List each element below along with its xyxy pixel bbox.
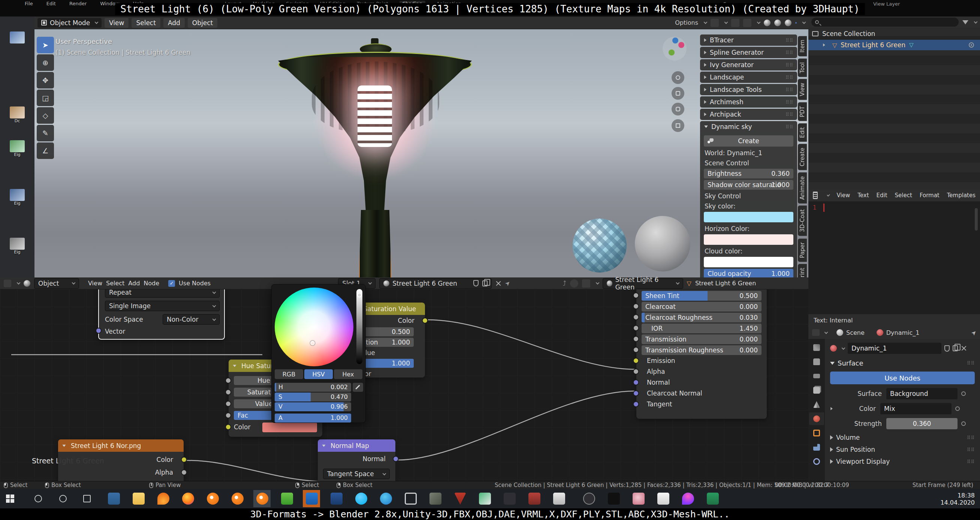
shader-editor[interactable]: Object View Select Add Node Use Nodes Sl… [0, 278, 808, 481]
app-blender-1[interactable] [207, 493, 219, 505]
alpha-output-socket[interactable] [181, 469, 187, 475]
visibility-icon[interactable] [969, 42, 974, 48]
alpha-socket[interactable] [633, 368, 639, 375]
app-viewer[interactable] [553, 493, 565, 505]
cloud-opacity-slider[interactable]: Cloud opacity1.000 [704, 269, 793, 278]
panel-btracer[interactable]: BTracer [700, 35, 797, 46]
viewport-display-panel[interactable]: Viewport Display [830, 458, 975, 465]
app-flame[interactable] [158, 493, 169, 505]
use-nodes-checkbox[interactable] [168, 280, 175, 287]
hsv-tab[interactable]: HSV [304, 369, 333, 379]
shading-material-icon[interactable] [785, 19, 792, 26]
animate-dot-icon[interactable] [955, 407, 960, 411]
cloud-color-swatch[interactable] [704, 257, 793, 267]
unlink-icon[interactable] [495, 281, 501, 286]
brightness-slider[interactable]: Brightness0.360 [704, 169, 793, 179]
app-edge[interactable] [380, 493, 392, 505]
normal-map-node[interactable]: Normal Map Normal Tangent Space [318, 439, 395, 481]
text-menu-select[interactable]: Select [895, 192, 912, 199]
color-space-dropdown[interactable]: Non-Color [163, 314, 220, 325]
viewport-3d[interactable]: Object Mode View Select Add Object Optio… [35, 16, 808, 278]
transmission-roughness-socket[interactable] [633, 347, 639, 353]
animate-dot-icon[interactable] [961, 391, 966, 396]
tray-unity[interactable] [608, 493, 620, 505]
transmission-socket[interactable] [633, 336, 639, 342]
tab-world-props-active[interactable] [809, 412, 824, 425]
app-notepad[interactable] [281, 493, 293, 505]
app-spade[interactable] [504, 493, 515, 505]
clearcoat-slider[interactable]: Clearcoat0.000 [641, 302, 762, 311]
eyedropper-icon[interactable] [353, 383, 363, 392]
value-socket[interactable] [225, 401, 231, 407]
normal-output-socket[interactable] [393, 456, 399, 462]
horizon-color-swatch[interactable] [704, 234, 793, 245]
color-wheel[interactable] [275, 287, 353, 366]
scale-tool[interactable]: ◲ [37, 89, 54, 106]
copy-icon[interactable] [953, 345, 958, 351]
gizmo-toggle-icon[interactable] [711, 19, 719, 27]
app-file-explorer[interactable] [133, 493, 145, 505]
measure-tool[interactable]: ∠ [37, 142, 54, 159]
sky-color-swatch[interactable] [704, 212, 793, 222]
panel-landscape-tools[interactable]: Landscape Tools [700, 84, 797, 95]
pin-icon[interactable]: ➤ [969, 329, 978, 337]
app-word[interactable] [331, 493, 342, 505]
surface-value-dropdown[interactable]: Background [886, 388, 958, 399]
color-value-dropdown[interactable]: Mix [880, 403, 951, 414]
copy-icon[interactable] [482, 281, 488, 286]
tab-item[interactable]: Item [798, 36, 807, 56]
node-header[interactable]: Street Light 6 Nor.png [58, 439, 184, 452]
create-button[interactable]: Create [704, 136, 793, 147]
fake-user-icon[interactable] [473, 280, 479, 286]
color-wheel-cursor[interactable] [310, 341, 315, 345]
add-menu[interactable]: Add [163, 18, 185, 28]
tab-tool-props[interactable] [809, 341, 824, 354]
cortana-button[interactable] [59, 495, 67, 502]
app-adobe[interactable] [528, 493, 540, 505]
taskbar-clock[interactable]: 18:38 14.04.2020 [940, 492, 975, 506]
node-header[interactable]: Normal Map [318, 439, 395, 452]
tab-animate[interactable]: Animate [798, 172, 807, 204]
options-dropdown[interactable]: Options [675, 19, 698, 26]
color-output-socket[interactable] [181, 457, 187, 463]
text-menu-templates[interactable]: Templates [947, 192, 975, 199]
text-editor[interactable]: View Text Edit Select Format Templates 1… [808, 189, 980, 326]
app-blender-2[interactable] [232, 493, 243, 505]
text-scrollbar[interactable] [975, 208, 978, 231]
task-view-button[interactable] [83, 495, 91, 502]
fake-user-icon[interactable] [944, 345, 950, 352]
use-nodes-button[interactable]: Use Nodes [830, 372, 975, 384]
clearcoat-roughness-socket[interactable] [633, 314, 639, 320]
vector-input-socket[interactable] [95, 328, 102, 334]
app-blender-active[interactable] [256, 493, 268, 505]
ior-slider[interactable]: IOR1.450 [641, 324, 762, 333]
tab-tool[interactable]: Tool [798, 59, 807, 77]
snap-magnet-icon[interactable] [570, 279, 578, 287]
hue-socket[interactable] [225, 378, 231, 384]
hsv2-color-output-socket[interactable] [422, 317, 428, 324]
node-menu-add[interactable]: Add [128, 280, 140, 287]
tab-physics-props[interactable] [809, 455, 824, 468]
shader-context-dropdown[interactable]: Object [34, 278, 79, 289]
viewport-canvas[interactable]: User Perspective (1) Scene Collection | … [35, 29, 808, 278]
breadcrumb-world[interactable]: Dynamic_1 [886, 329, 920, 336]
color-socket[interactable] [225, 424, 231, 430]
node-menu-node[interactable]: Node [143, 280, 159, 287]
color-swatch-field[interactable] [262, 423, 317, 432]
volume-panel[interactable]: Volume [830, 434, 975, 441]
transform-tool[interactable]: ◇ [37, 107, 54, 124]
transmission-slider[interactable]: Transmission0.000 [641, 334, 762, 344]
snap-mode-icon[interactable] [582, 279, 590, 287]
saturation-socket[interactable] [225, 389, 231, 395]
hex-tab[interactable]: Hex [334, 369, 363, 379]
normal-texture-node[interactable]: Street Light 6 Nor.png Color Alpha [58, 439, 184, 481]
s-slider[interactable]: S0.470 [275, 392, 351, 402]
move-tool[interactable]: ✥ [37, 72, 54, 88]
tab-render-props[interactable] [809, 356, 824, 368]
fac-socket[interactable] [225, 412, 231, 418]
pan-button[interactable] [671, 87, 684, 100]
cursor-tool[interactable]: ⊕ [37, 54, 54, 71]
animate-dot-icon[interactable] [961, 421, 966, 426]
material-selector-2[interactable]: Street Light 6 Green [603, 278, 683, 289]
tab-view[interactable]: View [798, 79, 807, 100]
